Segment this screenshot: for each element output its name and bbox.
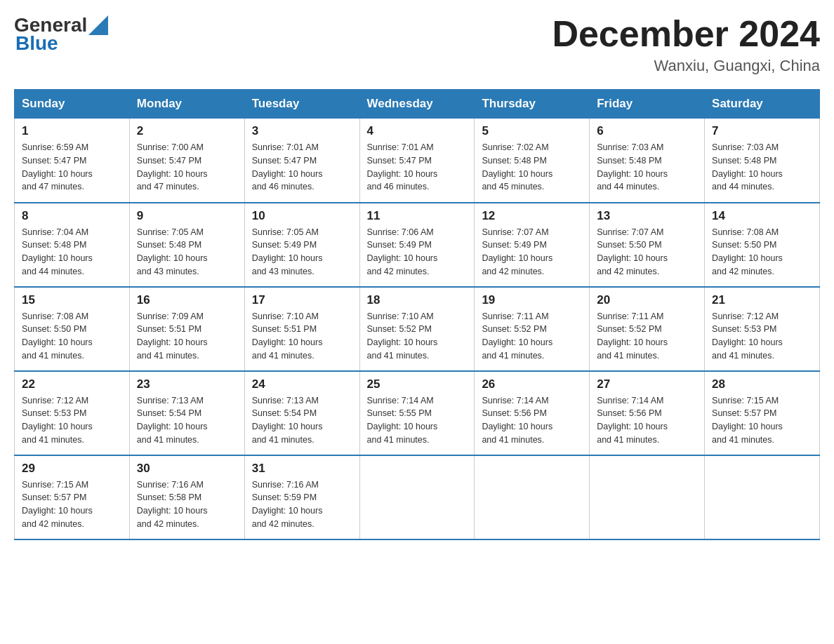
day-number: 26 xyxy=(482,377,582,391)
day-number: 6 xyxy=(597,124,697,138)
week-row-3: 15 Sunrise: 7:08 AMSunset: 5:50 PMDaylig… xyxy=(15,287,820,371)
day-number: 21 xyxy=(712,293,812,307)
day-number: 17 xyxy=(252,293,352,307)
day-number: 22 xyxy=(22,377,122,391)
day-info: Sunrise: 7:01 AMSunset: 5:47 PMDaylight:… xyxy=(252,141,352,194)
day-number: 16 xyxy=(137,293,237,307)
day-info: Sunrise: 7:11 AMSunset: 5:52 PMDaylight:… xyxy=(482,310,582,363)
day-number: 18 xyxy=(367,293,468,307)
calendar-cell: 13 Sunrise: 7:07 AMSunset: 5:50 PMDaylig… xyxy=(590,203,705,287)
day-number: 31 xyxy=(252,462,352,476)
calendar-cell: 14 Sunrise: 7:08 AMSunset: 5:50 PMDaylig… xyxy=(705,203,820,287)
day-info: Sunrise: 7:03 AMSunset: 5:48 PMDaylight:… xyxy=(712,141,812,194)
day-info: Sunrise: 7:08 AMSunset: 5:50 PMDaylight:… xyxy=(22,310,122,363)
header-saturday: Saturday xyxy=(705,90,820,119)
day-number: 4 xyxy=(367,124,468,138)
logo: General Blue xyxy=(14,14,108,55)
day-number: 24 xyxy=(252,377,352,391)
day-info: Sunrise: 7:06 AMSunset: 5:49 PMDaylight:… xyxy=(367,226,468,279)
day-number: 8 xyxy=(22,209,122,223)
header-friday: Friday xyxy=(590,90,705,119)
calendar-cell: 6 Sunrise: 7:03 AMSunset: 5:48 PMDayligh… xyxy=(590,119,705,203)
calendar-cell xyxy=(705,455,820,539)
calendar-cell: 26 Sunrise: 7:14 AMSunset: 5:56 PMDaylig… xyxy=(475,371,590,455)
day-number: 12 xyxy=(482,209,582,223)
calendar-cell: 8 Sunrise: 7:04 AMSunset: 5:48 PMDayligh… xyxy=(15,203,130,287)
day-number: 20 xyxy=(597,293,697,307)
day-info: Sunrise: 7:12 AMSunset: 5:53 PMDaylight:… xyxy=(712,310,812,363)
calendar-cell: 2 Sunrise: 7:00 AMSunset: 5:47 PMDayligh… xyxy=(129,119,244,203)
day-info: Sunrise: 7:13 AMSunset: 5:54 PMDaylight:… xyxy=(137,394,237,447)
calendar-subtitle: Wanxiu, Guangxi, China xyxy=(552,57,820,75)
calendar-cell: 28 Sunrise: 7:15 AMSunset: 5:57 PMDaylig… xyxy=(705,371,820,455)
day-number: 1 xyxy=(22,124,122,138)
header-thursday: Thursday xyxy=(475,90,590,119)
day-info: Sunrise: 7:01 AMSunset: 5:47 PMDaylight:… xyxy=(367,141,468,194)
day-info: Sunrise: 7:14 AMSunset: 5:56 PMDaylight:… xyxy=(482,394,582,447)
day-info: Sunrise: 7:09 AMSunset: 5:51 PMDaylight:… xyxy=(137,310,237,363)
day-info: Sunrise: 7:05 AMSunset: 5:48 PMDaylight:… xyxy=(137,226,237,279)
day-number: 25 xyxy=(367,377,468,391)
calendar-cell xyxy=(475,455,590,539)
calendar-cell: 3 Sunrise: 7:01 AMSunset: 5:47 PMDayligh… xyxy=(244,119,359,203)
day-number: 5 xyxy=(482,124,582,138)
logo-icon xyxy=(88,15,108,35)
day-number: 28 xyxy=(712,377,812,391)
day-info: Sunrise: 7:15 AMSunset: 5:57 PMDaylight:… xyxy=(22,478,122,531)
calendar-cell: 11 Sunrise: 7:06 AMSunset: 5:49 PMDaylig… xyxy=(359,203,475,287)
day-number: 9 xyxy=(137,209,237,223)
calendar-table: SundayMondayTuesdayWednesdayThursdayFrid… xyxy=(14,89,820,540)
day-info: Sunrise: 7:04 AMSunset: 5:48 PMDaylight:… xyxy=(22,226,122,279)
day-info: Sunrise: 7:12 AMSunset: 5:53 PMDaylight:… xyxy=(22,394,122,447)
day-number: 19 xyxy=(482,293,582,307)
day-number: 15 xyxy=(22,293,122,307)
calendar-cell: 23 Sunrise: 7:13 AMSunset: 5:54 PMDaylig… xyxy=(129,371,244,455)
calendar-cell: 22 Sunrise: 7:12 AMSunset: 5:53 PMDaylig… xyxy=(15,371,130,455)
day-info: Sunrise: 7:16 AMSunset: 5:59 PMDaylight:… xyxy=(252,478,352,531)
day-number: 27 xyxy=(597,377,697,391)
header-monday: Monday xyxy=(129,90,244,119)
calendar-title: December 2024 xyxy=(552,14,820,54)
page-header: General Blue December 2024 Wanxiu, Guang… xyxy=(14,14,820,75)
day-number: 13 xyxy=(597,209,697,223)
day-info: Sunrise: 6:59 AMSunset: 5:47 PMDaylight:… xyxy=(22,141,122,194)
day-info: Sunrise: 7:10 AMSunset: 5:52 PMDaylight:… xyxy=(367,310,468,363)
calendar-cell: 16 Sunrise: 7:09 AMSunset: 5:51 PMDaylig… xyxy=(129,287,244,371)
day-number: 14 xyxy=(712,209,812,223)
day-number: 23 xyxy=(137,377,237,391)
calendar-cell: 12 Sunrise: 7:07 AMSunset: 5:49 PMDaylig… xyxy=(475,203,590,287)
calendar-cell: 4 Sunrise: 7:01 AMSunset: 5:47 PMDayligh… xyxy=(359,119,475,203)
day-number: 29 xyxy=(22,462,122,476)
logo-blue-text: Blue xyxy=(15,32,58,55)
day-number: 11 xyxy=(367,209,468,223)
week-row-1: 1 Sunrise: 6:59 AMSunset: 5:47 PMDayligh… xyxy=(15,119,820,203)
calendar-cell: 29 Sunrise: 7:15 AMSunset: 5:57 PMDaylig… xyxy=(15,455,130,539)
calendar-cell: 17 Sunrise: 7:10 AMSunset: 5:51 PMDaylig… xyxy=(244,287,359,371)
calendar-cell: 20 Sunrise: 7:11 AMSunset: 5:52 PMDaylig… xyxy=(590,287,705,371)
day-info: Sunrise: 7:02 AMSunset: 5:48 PMDaylight:… xyxy=(482,141,582,194)
calendar-cell: 27 Sunrise: 7:14 AMSunset: 5:56 PMDaylig… xyxy=(590,371,705,455)
day-info: Sunrise: 7:16 AMSunset: 5:58 PMDaylight:… xyxy=(137,478,237,531)
day-info: Sunrise: 7:13 AMSunset: 5:54 PMDaylight:… xyxy=(252,394,352,447)
calendar-cell: 1 Sunrise: 6:59 AMSunset: 5:47 PMDayligh… xyxy=(15,119,130,203)
header-wednesday: Wednesday xyxy=(359,90,475,119)
day-info: Sunrise: 7:03 AMSunset: 5:48 PMDaylight:… xyxy=(597,141,697,194)
calendar-cell: 24 Sunrise: 7:13 AMSunset: 5:54 PMDaylig… xyxy=(244,371,359,455)
day-info: Sunrise: 7:05 AMSunset: 5:49 PMDaylight:… xyxy=(252,226,352,279)
calendar-cell: 19 Sunrise: 7:11 AMSunset: 5:52 PMDaylig… xyxy=(475,287,590,371)
week-row-2: 8 Sunrise: 7:04 AMSunset: 5:48 PMDayligh… xyxy=(15,203,820,287)
title-section: December 2024 Wanxiu, Guangxi, China xyxy=(552,14,820,75)
day-info: Sunrise: 7:08 AMSunset: 5:50 PMDaylight:… xyxy=(712,226,812,279)
calendar-cell: 15 Sunrise: 7:08 AMSunset: 5:50 PMDaylig… xyxy=(15,287,130,371)
calendar-cell: 30 Sunrise: 7:16 AMSunset: 5:58 PMDaylig… xyxy=(129,455,244,539)
calendar-cell: 31 Sunrise: 7:16 AMSunset: 5:59 PMDaylig… xyxy=(244,455,359,539)
calendar-cell: 9 Sunrise: 7:05 AMSunset: 5:48 PMDayligh… xyxy=(129,203,244,287)
week-row-5: 29 Sunrise: 7:15 AMSunset: 5:57 PMDaylig… xyxy=(15,455,820,539)
calendar-cell: 5 Sunrise: 7:02 AMSunset: 5:48 PMDayligh… xyxy=(475,119,590,203)
calendar-cell: 7 Sunrise: 7:03 AMSunset: 5:48 PMDayligh… xyxy=(705,119,820,203)
header-tuesday: Tuesday xyxy=(244,90,359,119)
day-info: Sunrise: 7:07 AMSunset: 5:49 PMDaylight:… xyxy=(482,226,582,279)
day-info: Sunrise: 7:10 AMSunset: 5:51 PMDaylight:… xyxy=(252,310,352,363)
calendar-cell: 18 Sunrise: 7:10 AMSunset: 5:52 PMDaylig… xyxy=(359,287,475,371)
calendar-cell: 25 Sunrise: 7:14 AMSunset: 5:55 PMDaylig… xyxy=(359,371,475,455)
